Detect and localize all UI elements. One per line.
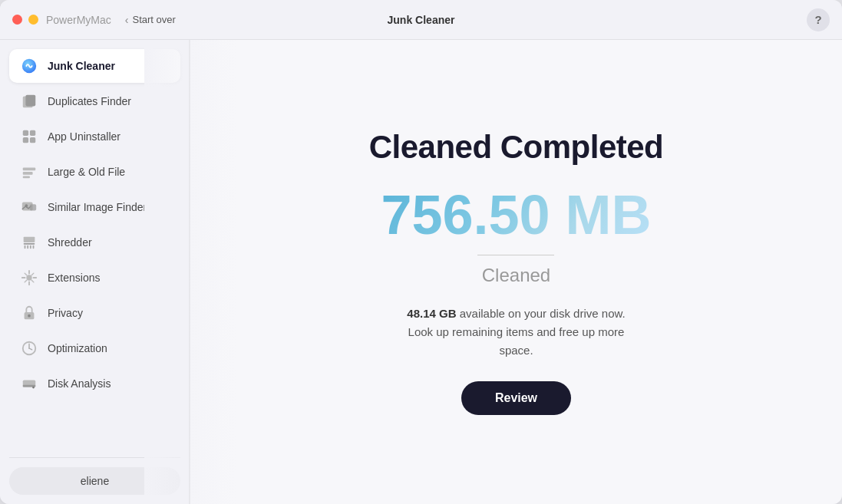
sidebar-footer: eliene — [9, 457, 180, 495]
sidebar-item-similar-image-finder[interactable]: Similar Image Finder — [9, 190, 180, 224]
sidebar: Junk Cleaner Duplicates Finder — [0, 40, 190, 504]
sidebar-items: Junk Cleaner Duplicates Finder — [9, 49, 180, 451]
privacy-icon — [20, 304, 38, 322]
extensions-icon — [20, 268, 38, 287]
minimize-button[interactable] — [28, 15, 38, 25]
title-bar: PowerMyMac ‹ Start over Junk Cleaner ? — [0, 0, 842, 40]
sidebar-item-optimization[interactable]: Optimization — [9, 331, 180, 365]
disk-space-value: 48.14 GB — [407, 307, 456, 320]
svg-rect-16 — [27, 245, 28, 249]
svg-rect-18 — [33, 245, 35, 249]
main-content: Junk Cleaner Duplicates Finder — [0, 40, 842, 504]
help-button[interactable]: ? — [807, 8, 830, 31]
svg-rect-15 — [25, 245, 26, 249]
sidebar-label-extensions: Extensions — [48, 272, 100, 284]
result-description: 48.14 GB available on your disk drive no… — [393, 305, 639, 360]
optimization-icon — [20, 339, 38, 357]
sidebar-item-app-uninstaller[interactable]: App Uninstaller — [9, 120, 180, 153]
shredder-icon — [20, 233, 38, 252]
sidebar-item-extensions[interactable]: Extensions — [9, 261, 180, 295]
result-amount: 756.50 MB — [381, 187, 651, 242]
window-title: Junk Cleaner — [388, 14, 455, 26]
svg-point-21 — [28, 315, 31, 318]
svg-rect-8 — [23, 172, 33, 175]
sidebar-label-shredder: Shredder — [48, 236, 92, 249]
svg-rect-5 — [23, 137, 28, 143]
sidebar-label-similar-image-finder: Similar Image Finder — [48, 201, 147, 213]
junk-cleaner-icon — [20, 57, 38, 75]
app-name: PowerMyMac — [46, 14, 111, 26]
svg-rect-12 — [30, 204, 36, 210]
duplicates-finder-icon — [20, 92, 38, 110]
sidebar-item-shredder[interactable]: Shredder — [9, 226, 180, 259]
sidebar-item-privacy[interactable]: Privacy — [9, 296, 180, 330]
sidebar-label-privacy: Privacy — [48, 307, 83, 319]
large-old-file-icon — [20, 163, 38, 181]
result-cleaned-label: Cleaned — [482, 265, 550, 286]
svg-rect-13 — [24, 237, 35, 242]
svg-rect-4 — [30, 130, 35, 136]
app-window: PowerMyMac ‹ Start over Junk Cleaner ? — [0, 0, 842, 504]
sidebar-item-duplicates-finder[interactable]: Duplicates Finder — [9, 84, 180, 118]
svg-rect-17 — [30, 245, 31, 249]
review-button[interactable]: Review — [461, 381, 571, 415]
sidebar-label-disk-analysis: Disk Analysis — [48, 377, 111, 390]
sidebar-label-junk-cleaner: Junk Cleaner — [48, 60, 115, 72]
sidebar-item-large-old-file[interactable]: Large & Old File — [9, 155, 180, 189]
similar-image-finder-icon — [20, 198, 38, 216]
svg-point-25 — [32, 387, 35, 389]
start-over-button[interactable]: ‹ Start over — [125, 14, 176, 26]
result-title: Cleaned Completed — [369, 129, 664, 166]
sidebar-label-duplicates-finder: Duplicates Finder — [48, 95, 131, 107]
svg-rect-6 — [30, 137, 35, 143]
divider-line — [477, 255, 554, 255]
sidebar-label-app-uninstaller: App Uninstaller — [48, 130, 121, 143]
user-pill[interactable]: eliene — [9, 467, 180, 495]
svg-rect-9 — [23, 176, 30, 179]
chevron-left-icon: ‹ — [125, 14, 129, 26]
sidebar-item-junk-cleaner[interactable]: Junk Cleaner — [9, 49, 180, 83]
content-area: Cleaned Completed 756.50 MB Cleaned 48.1… — [190, 40, 842, 504]
svg-rect-2 — [25, 95, 35, 107]
sidebar-label-large-old-file: Large & Old File — [48, 166, 125, 178]
svg-rect-14 — [24, 243, 35, 245]
svg-rect-7 — [23, 168, 36, 171]
sidebar-item-disk-analysis[interactable]: Disk Analysis — [9, 367, 180, 400]
disk-analysis-icon — [20, 374, 38, 393]
close-button[interactable] — [12, 15, 22, 25]
svg-rect-3 — [23, 130, 28, 136]
sidebar-label-optimization: Optimization — [48, 342, 107, 354]
traffic-lights — [12, 15, 38, 25]
svg-point-19 — [26, 275, 31, 280]
result-card: Cleaned Completed 756.50 MB Cleaned 48.1… — [369, 129, 664, 415]
app-uninstaller-icon — [20, 127, 38, 146]
